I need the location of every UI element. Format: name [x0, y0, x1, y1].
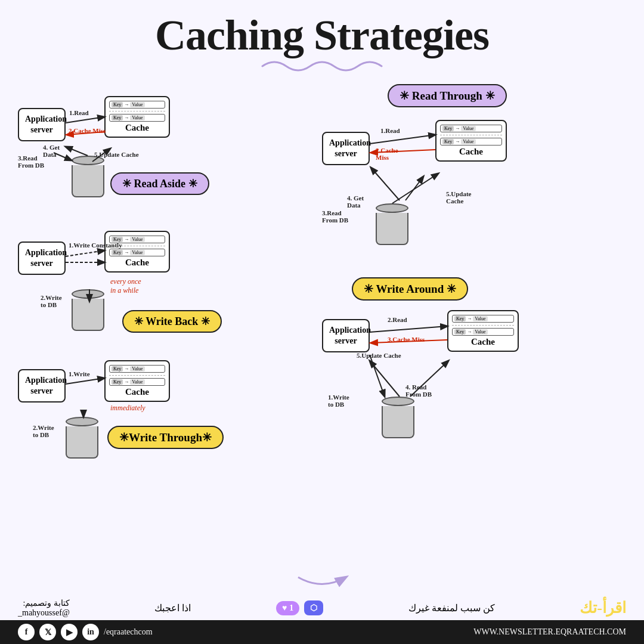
svg-line-3	[66, 147, 88, 156]
read-aside-badge: ✳ Read Aside ✳	[110, 172, 209, 195]
squiggle-decoration	[0, 55, 644, 78]
footer-cta: اذا اعجبك	[154, 602, 191, 614]
svg-line-14	[405, 177, 423, 200]
svg-line-13	[371, 168, 400, 200]
footer: كتابة وتصميم: @mahyoussef_ اذا اعجبك ♥ 1…	[0, 574, 644, 644]
main-title: Caching Strategies	[0, 0, 644, 60]
svg-line-0	[66, 117, 104, 123]
share-button[interactable]: ⬡	[304, 600, 323, 615]
read-through-section: ✳ Read Through ✳ Applicationserver Key→V…	[316, 84, 620, 287]
author-credit: كتابة وتصميم: @mahyoussef_	[18, 598, 70, 618]
write-through-section: Applicationserver Key→Value Key→Value Ca…	[12, 357, 310, 476]
youtube-icon[interactable]: ▶	[61, 624, 78, 640]
write-through-badge: ✳Write Through✳	[107, 426, 224, 449]
like-button[interactable]: ♥ 1	[276, 601, 299, 615]
read-aside-section: Applicationserver Key→Value Key→Value Ca…	[12, 84, 310, 221]
svg-line-8	[66, 378, 104, 384]
svg-line-12	[392, 174, 438, 203]
website-url: WWW.NEWSLETTER.EQRAATECH.COM	[473, 627, 626, 637]
footer-benefit: كن سبب لمنفعة غيرك	[408, 602, 495, 614]
write-back-section: Applicationserver Key→Value Key→Value Ca…	[12, 224, 310, 349]
social-handle: /eqraatech​com	[104, 627, 153, 637]
write-around-section: ✳ Write Around ✳ Applicationserver Key→V…	[316, 277, 620, 492]
brand-logo: اقرأ-تك	[580, 599, 626, 617]
svg-line-15	[370, 326, 447, 332]
twitter-icon[interactable]: 𝕏	[39, 624, 56, 640]
linkedin-icon[interactable]: in	[82, 624, 99, 640]
svg-line-5	[66, 250, 104, 256]
write-back-badge: ✳ Write Back ✳	[122, 310, 222, 333]
facebook-icon[interactable]: f	[18, 624, 35, 640]
svg-line-10	[370, 135, 435, 144]
